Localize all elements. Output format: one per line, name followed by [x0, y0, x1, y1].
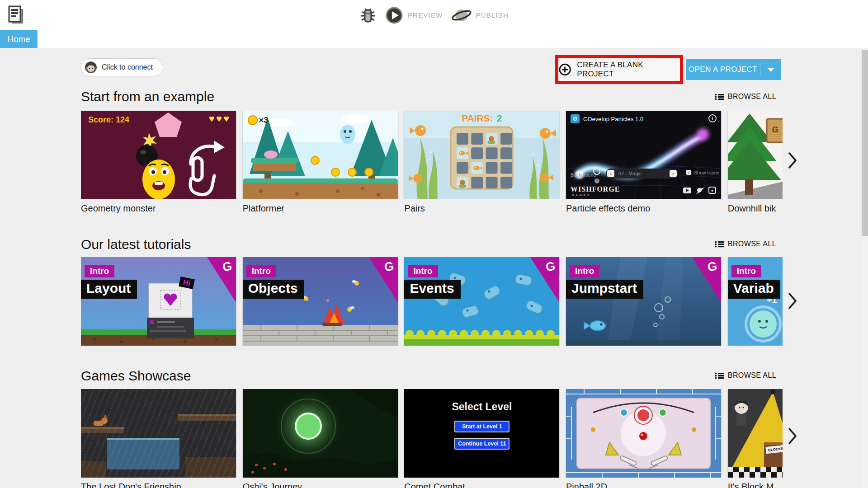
- open-project-button[interactable]: OPEN A PROJECT: [686, 59, 781, 80]
- list-icon: [715, 372, 724, 379]
- preset-prev-button: ‹: [607, 170, 614, 177]
- wishforge-brand: WISHFORGE: [571, 185, 620, 193]
- showcase-scroll-right-button[interactable]: [787, 427, 798, 445]
- intro-chip: Intro: [85, 265, 114, 277]
- examples-browse-all-button[interactable]: BROWSE ALL: [715, 93, 776, 101]
- topic-chip: Variab: [728, 280, 780, 299]
- info-icon: i: [708, 114, 717, 122]
- pairs-label: PAIRS:: [462, 113, 493, 123]
- score-text: Score: 124: [88, 115, 129, 125]
- tutorials-browse-all-button[interactable]: BROWSE ALL: [715, 240, 776, 248]
- hearts-icon: ♥♥♥: [209, 113, 231, 125]
- browse-all-label: BROWSE ALL: [728, 371, 776, 380]
- card-title: Pinball 2D: [566, 482, 721, 488]
- showcase-card-oshi[interactable]: [243, 389, 398, 478]
- showcase-card-comet-combat[interactable]: Select Level Start at Level 1 Continue L…: [404, 389, 559, 478]
- avatar-icon: [85, 61, 97, 74]
- intro-chip: Intro: [246, 265, 276, 277]
- tutorials-scroll-right-button[interactable]: [787, 292, 798, 310]
- start-level-button: Start at Level 1: [454, 421, 509, 432]
- create-blank-label: CREATE A BLANK PROJECT: [577, 61, 680, 79]
- demo-title: GDevelop Particles 1.0: [583, 116, 643, 122]
- showcase-section-title: Games Showcase: [81, 368, 191, 384]
- showcase-card-pinball[interactable]: [566, 389, 721, 478]
- gdevelop-logo-icon: G: [571, 114, 580, 123]
- connect-button[interactable]: Click to connect: [80, 58, 163, 76]
- card-title: Downhill bik: [728, 203, 783, 214]
- publish-planet-icon: [451, 6, 472, 24]
- open-project-dropdown[interactable]: [760, 59, 781, 80]
- project-manager-button[interactable]: [7, 5, 25, 26]
- tutorials-section-title: Our latest tutorials: [81, 237, 191, 252]
- tutorial-card-objects[interactable]: G Intro Objects: [243, 257, 398, 346]
- select-level-title: Select Level: [404, 401, 559, 413]
- examples-section-title: Start from an example: [81, 89, 214, 104]
- example-card-pairs[interactable]: PAIRS:2: [404, 111, 559, 199]
- oshi-journey-art: [243, 389, 398, 478]
- showcase-card-lost-dog[interactable]: [81, 389, 236, 478]
- open-project-label: OPEN A PROJECT: [686, 59, 760, 80]
- intro-chip: Intro: [570, 265, 599, 277]
- examples-row: Score: 124 ♥♥♥: [81, 111, 783, 199]
- preview-button[interactable]: PREVIEW: [385, 6, 443, 25]
- create-blank-project-button[interactable]: CREATE A BLANK PROJECT: [558, 58, 680, 81]
- preset-next-button: ›: [670, 170, 677, 177]
- chevron-down-icon: [767, 68, 774, 72]
- card-title: Particle effects demo: [566, 203, 721, 214]
- tutorial-card-jumpstart[interactable]: G Intro Jumpstart: [566, 257, 721, 346]
- card-title: The Lost Dog's Frienship: [81, 482, 236, 488]
- tutorial-card-layout[interactable]: Hi G Intro Layout: [81, 257, 236, 346]
- publish-label: PUBLISH: [476, 11, 509, 19]
- highlight-box: CREATE A BLANK PROJECT: [555, 55, 683, 84]
- publish-button[interactable]: PUBLISH: [451, 6, 509, 24]
- project-manager-icon: [7, 5, 25, 26]
- showcase-row: Select Level Start at Level 1 Continue L…: [81, 389, 783, 478]
- example-card-particle-effects[interactable]: G GDevelop Particles 1.0 i Background ‹ …: [566, 111, 721, 199]
- showcase-browse-all-button[interactable]: BROWSE ALL: [715, 371, 776, 380]
- scrollbar-thumb[interactable]: [862, 50, 868, 236]
- downhill-bike-art: [728, 111, 783, 199]
- sign-text: G: [772, 125, 778, 135]
- card-title: Geometry monster: [81, 203, 236, 214]
- blocks-art: [728, 389, 783, 478]
- preview-label: PREVIEW: [408, 11, 443, 19]
- card-title: It's Block M: [728, 482, 783, 488]
- toolbar-center: PREVIEW PUBLISH: [359, 0, 509, 30]
- list-icon: [715, 241, 724, 248]
- coin-count-text: ×3: [259, 116, 269, 125]
- example-card-platformer[interactable]: ×3: [243, 111, 398, 199]
- showcase-card-blocks[interactable]: BLOCKS: [728, 389, 783, 478]
- topic-chip: Jumpstart: [566, 280, 643, 299]
- social-icons: [683, 186, 717, 195]
- preset-selector: ‹ 07 - Magic ›: [606, 169, 678, 178]
- example-card-downhill-bike[interactable]: G: [728, 111, 783, 199]
- chevron-right-icon: [787, 427, 798, 445]
- topic-chip: Objects: [243, 280, 304, 299]
- pairs-art: [404, 111, 559, 199]
- chevron-right-icon: [787, 151, 798, 169]
- pairs-count: 2: [497, 113, 502, 123]
- tutorial-card-variables[interactable]: +1 G Intro Variab: [728, 257, 783, 346]
- tab-bar: Home: [0, 30, 868, 48]
- debug-button[interactable]: [359, 6, 377, 24]
- tutorials-row: Hi G Intro Layout: [81, 257, 783, 346]
- example-card-geometry-monster[interactable]: Score: 124 ♥♥♥: [81, 111, 236, 199]
- pinball-art: [566, 389, 721, 478]
- browse-all-label: BROWSE ALL: [728, 93, 776, 101]
- examples-titles: Geometry monster Platformer Pairs Partic…: [81, 203, 783, 217]
- tutorial-card-events[interactable]: G Intro Events: [404, 257, 559, 346]
- wishforge-brand-sub: GAMES: [572, 194, 591, 197]
- browse-all-label: BROWSE ALL: [728, 240, 776, 248]
- demo-header: G GDevelop Particles 1.0: [571, 114, 643, 123]
- plus-circle-icon: [558, 63, 571, 76]
- play-icon: [385, 6, 404, 25]
- card-title: Pairs: [404, 203, 559, 214]
- card-title: Oshi's Journey: [243, 482, 398, 488]
- card-title: Platformer: [243, 203, 398, 214]
- chevron-right-icon: [787, 292, 798, 310]
- examples-scroll-right-button[interactable]: [787, 151, 798, 169]
- topic-chip: Events: [404, 280, 460, 299]
- showcase-titles: The Lost Dog's Frienship Oshi's Journey …: [81, 482, 783, 488]
- tab-home[interactable]: Home: [0, 30, 38, 48]
- background-knob-outline: [593, 168, 600, 175]
